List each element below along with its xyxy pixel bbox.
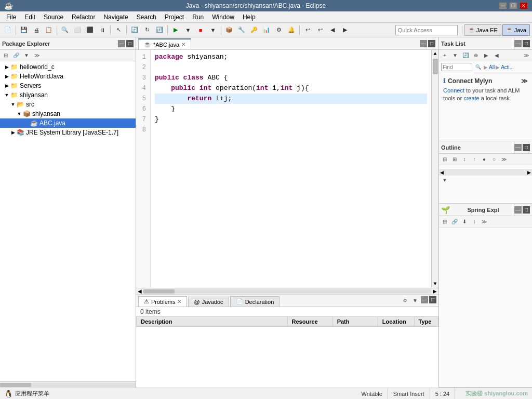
spring-btn3[interactable]: ⬇ [460,217,469,227]
maximize-panel-btn[interactable]: □ [126,40,134,47]
task-btn6[interactable]: ◀ [492,51,501,60]
scrollbar-thumb[interactable] [0,383,31,387]
minimize-panel-btn[interactable]: — [118,40,125,47]
debug-button[interactable]: ▶ [170,24,181,36]
menu-refactor[interactable]: Refactor [68,12,99,22]
toolbar-btn7[interactable]: 📦 [223,24,235,36]
create-link[interactable]: create [463,95,480,101]
outline-scrollbar[interactable]: ◀ ▶ [439,169,532,176]
tree-item-shiyansan-pkg[interactable]: ▼ 📦 shiyansan [0,109,136,118]
task-btn2[interactable]: ▼ [450,51,460,60]
link-editor-btn[interactable]: 🔗 [11,51,21,60]
toolbar-btn13[interactable]: ↩ [302,24,313,36]
tab-problems[interactable]: ⚠ Problems ✕ [138,296,187,307]
menu-help[interactable]: Help [238,12,260,22]
tree-item-servers[interactable]: ▶ 📁 Servers [0,81,136,90]
print-button[interactable]: 🖨 [31,24,42,36]
scroll-left-btn[interactable]: ◀ [136,288,143,294]
toolbar-btn15[interactable]: ◀ [327,24,338,36]
app-menu-area[interactable]: 🐧 应用程序菜单 [4,390,49,398]
task-add-btn[interactable]: + [440,51,449,60]
task-find-btn[interactable]: 🔍 [473,62,483,72]
menu-edit[interactable]: Edit [20,12,39,22]
tree-item-src[interactable]: ▼ 📂 src [0,100,136,109]
outline-btn4[interactable]: ↑ [470,155,479,164]
code-editor[interactable]: 1 2 3 4 5 6 7 8 package shiyansan; publi… [136,50,438,288]
tree-item-abc-java[interactable]: ☕ ABC.java [0,118,136,128]
sidebar-hscrollbar[interactable] [0,381,136,388]
restore-button[interactable]: ❐ [509,2,517,9]
outline-btn2[interactable]: ⊞ [450,155,459,164]
toolbar-btn4[interactable]: ⬛ [84,24,96,36]
properties-button[interactable]: 📋 [43,24,55,36]
close-button[interactable]: ✕ [520,2,528,9]
menu-navigate[interactable]: Navigate [99,12,132,22]
spring-btn4[interactable]: ↕ [470,217,479,227]
spring-btn2[interactable]: 🔗 [450,217,459,227]
outline-maximize-btn[interactable]: □ [523,144,530,151]
quick-access-input[interactable] [395,25,458,35]
toolbar-btn11[interactable]: ⚙ [273,24,285,36]
col-path[interactable]: Path [332,317,378,327]
outline-btn5[interactable]: ● [480,155,489,164]
spring-minimize-btn[interactable]: — [514,206,522,214]
scroll-thumb[interactable] [433,59,438,74]
outline-btn1[interactable]: ⊟ [440,155,449,164]
scroll-down-btn[interactable]: ▼ [433,281,436,287]
bottom-view-menu[interactable]: ⚙ [400,296,409,305]
stop-dropdown[interactable]: ▼ [207,24,219,36]
tree-item-helloworld-c[interactable]: ▶ 📁 helloworld_c [0,62,136,72]
toolbar-btn8[interactable]: 🔧 [236,24,247,36]
outline-minimize-btn[interactable]: — [514,144,522,151]
scroll-right[interactable]: ▶ [526,170,532,176]
task-minimize-btn[interactable]: — [514,40,522,47]
task-find-input[interactable] [441,63,472,71]
task-more-btn[interactable]: ≫ [522,51,531,60]
minimize-button[interactable]: — [499,2,507,9]
menu-project[interactable]: Project [161,12,188,22]
scrollbar-thumb[interactable] [143,289,175,294]
pointer-button[interactable]: ↖ [113,24,124,36]
editor-maximize-btn[interactable]: □ [428,40,435,47]
tab-javadoc[interactable]: @ Javadoc [188,297,229,307]
col-resource[interactable]: Resource [287,317,332,327]
toolbar-btn6[interactable]: 🔃 [154,24,165,36]
tree-item-jre[interactable]: ▶ 📚 JRE System Library [JavaSE-1.7] [0,128,136,137]
run-dropdown[interactable]: ▼ [182,24,194,36]
tree-item-helloworldjava[interactable]: ▶ 📁 HelloWorldJava [0,72,136,81]
menu-source[interactable]: Source [39,12,68,22]
col-description[interactable]: Description [137,317,288,327]
editor-vscrollbar[interactable]: ▲ ▼ [431,50,438,288]
bottom-chevron[interactable]: ▼ [410,296,420,305]
perspective-java-ee[interactable]: ☕ Java EE [464,24,501,36]
task-btn4[interactable]: ⊕ [471,51,481,60]
outline-btn6[interactable]: ○ [489,155,499,164]
bottom-minimize-btn[interactable]: — [421,296,428,303]
toolbar-btn5[interactable]: ⏸ [97,24,108,36]
toolbar-btn16[interactable]: ▶ [339,24,351,36]
menu-search[interactable]: Search [132,12,161,22]
tab-close-btn[interactable]: ✕ [181,42,185,47]
collapse-all-btn[interactable]: ⊟ [1,51,10,60]
perspective-java[interactable]: ☕ Java [502,24,530,36]
outline-btn3[interactable]: ↕ [460,155,469,164]
tab-declaration[interactable]: 📄 Declaration [230,296,280,307]
editor-hscrollbar[interactable]: ◀ ▶ [136,288,438,294]
task-all-label[interactable]: All [489,64,495,70]
view-menu-btn[interactable]: ▼ [22,51,31,60]
refresh-button[interactable]: 🔄 [129,24,140,36]
menu-file[interactable]: File [2,12,20,22]
spring-btn1[interactable]: ⊟ [440,217,449,227]
spring-more[interactable]: ≫ [480,217,489,227]
menu-run[interactable]: Run [188,12,208,22]
menu-window[interactable]: Window [208,12,238,22]
task-btn3[interactable]: 🔄 [461,51,470,60]
toolbar-btn10[interactable]: 📊 [261,24,272,36]
outline-chevron[interactable]: ▼ [440,175,449,184]
save-button[interactable]: 💾 [18,24,30,36]
editor-minimize-btn[interactable]: — [420,40,427,47]
spring-maximize-btn[interactable]: □ [523,206,530,214]
col-type[interactable]: Type [414,317,438,327]
stop-button[interactable]: ■ [195,24,206,36]
toolbar-btn3[interactable]: ⬜ [72,24,83,36]
